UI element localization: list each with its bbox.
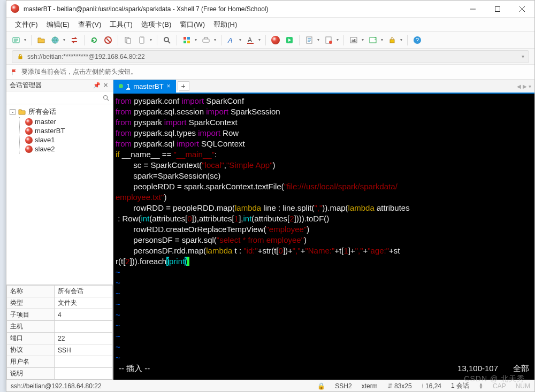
editor-area: 1 masterBT × + ◀ ▶ ▾ from pyspark.conf i… bbox=[113, 80, 534, 380]
close-button[interactable] bbox=[510, 1, 534, 18]
session-item[interactable]: slave1 bbox=[24, 135, 111, 144]
connect-button[interactable] bbox=[49, 34, 67, 47]
menu-edit[interactable]: 编辑(E) bbox=[42, 19, 74, 30]
statusbar: ssh://beitian@192.168.64.80:22 🔒 SSH2 xt… bbox=[6, 380, 534, 391]
session-tree[interactable]: - 所有会话 master masterBT slave1 slave2 bbox=[6, 104, 113, 285]
address-field[interactable]: ssh://beitian:**********@192.168.64.80:2… bbox=[12, 50, 529, 63]
menu-window[interactable]: 窗口(W) bbox=[175, 19, 209, 30]
color-button[interactable]: A bbox=[244, 34, 262, 47]
session-item[interactable]: masterBT bbox=[24, 126, 111, 135]
session-search[interactable] bbox=[6, 91, 113, 104]
lock-button[interactable] bbox=[386, 34, 404, 47]
session-item[interactable]: master bbox=[24, 117, 111, 126]
status-ssh: SSH2 bbox=[335, 382, 351, 390]
table-row: 说明 bbox=[7, 368, 113, 380]
minimize-button[interactable] bbox=[461, 1, 485, 18]
svg-text:ab: ab bbox=[351, 38, 356, 43]
reconnect-button[interactable] bbox=[88, 34, 101, 47]
address-bar: ssh://beitian:**********@192.168.64.80:2… bbox=[6, 49, 534, 65]
log-button[interactable] bbox=[322, 34, 340, 47]
status-dot-icon bbox=[119, 84, 123, 88]
new-session-button[interactable] bbox=[10, 34, 28, 47]
vim-status-line: -- 插入 --13,100-107全部 bbox=[116, 363, 532, 373]
svg-rect-27 bbox=[19, 56, 22, 59]
xagent-button[interactable] bbox=[269, 34, 282, 47]
open-button[interactable] bbox=[35, 34, 48, 47]
tools-button[interactable] bbox=[366, 34, 385, 47]
session-icon bbox=[25, 127, 33, 135]
lock-icon bbox=[17, 53, 24, 60]
broadcast-button[interactable] bbox=[200, 34, 218, 47]
menu-help[interactable]: 帮助(H) bbox=[209, 19, 241, 30]
session-stepper[interactable]: ▲▼ bbox=[479, 383, 483, 389]
table-row: 协议SSH bbox=[7, 344, 113, 356]
svg-rect-7 bbox=[141, 36, 143, 38]
tab-index: 1 bbox=[126, 82, 130, 90]
collapse-icon[interactable]: - bbox=[10, 109, 16, 115]
menu-file[interactable]: 文件(F) bbox=[11, 19, 42, 30]
status-sessions: 1 会话 bbox=[451, 381, 469, 390]
session-icon bbox=[25, 145, 33, 153]
tree-root-label: 所有会话 bbox=[28, 107, 56, 117]
svg-point-8 bbox=[164, 37, 169, 42]
find-button[interactable] bbox=[160, 34, 173, 47]
svg-text:?: ? bbox=[416, 37, 419, 43]
tab-label: masterBT bbox=[133, 82, 163, 90]
paste-button[interactable] bbox=[135, 34, 154, 47]
session-manager-title: 会话管理器 bbox=[10, 81, 42, 90]
svg-rect-12 bbox=[187, 41, 190, 43]
session-manager-panel: 会话管理器 📌 ✕ - 所有会话 master mas bbox=[6, 80, 113, 380]
tab-strip: 1 masterBT × + ◀ ▶ ▾ bbox=[113, 80, 534, 94]
svg-rect-9 bbox=[184, 37, 186, 40]
cursor bbox=[187, 257, 189, 266]
session-manager-header: 会话管理器 📌 ✕ bbox=[6, 80, 113, 91]
xftp-button[interactable] bbox=[283, 34, 296, 47]
svg-rect-5 bbox=[127, 39, 131, 43]
tree-root[interactable]: - 所有会话 bbox=[9, 106, 111, 117]
table-row: 类型文件夹 bbox=[7, 297, 113, 309]
table-row: 子项目4 bbox=[7, 309, 113, 321]
vim-position: 13,100-107 bbox=[457, 363, 498, 373]
pin-button[interactable]: 📌 bbox=[93, 82, 101, 89]
table-row: 端口22 bbox=[7, 333, 113, 344]
session-label: slave1 bbox=[35, 136, 55, 144]
app-window: masterBT - beitian@panli:/usr/local/spar… bbox=[6, 0, 535, 392]
transfer-button[interactable] bbox=[68, 34, 81, 47]
info-strip: 要添加当前会话，点击左侧的箭头按钮。 bbox=[6, 65, 534, 80]
tab-active[interactable]: 1 masterBT × bbox=[113, 80, 176, 93]
address-text: ssh://beitian:**********@192.168.64.80:2… bbox=[27, 53, 145, 60]
tab-add-button[interactable]: + bbox=[178, 81, 189, 91]
session-properties: 名称所有会话 类型文件夹 子项目4 主机 端口22 协议SSH 用户名 说明 bbox=[6, 285, 113, 380]
terminal[interactable]: from pyspark.conf import SparkConf from … bbox=[113, 94, 534, 380]
titlebar: masterBT - beitian@panli:/usr/local/spar… bbox=[6, 1, 534, 18]
session-label: masterBT bbox=[35, 127, 65, 135]
tab-nav[interactable]: ◀ ▶ ▾ bbox=[514, 80, 534, 93]
panel-close-button[interactable]: ✕ bbox=[101, 82, 110, 89]
svg-rect-24 bbox=[390, 40, 394, 43]
script-button[interactable] bbox=[303, 34, 321, 47]
copy-button[interactable] bbox=[121, 34, 134, 47]
session-item[interactable]: slave2 bbox=[24, 144, 111, 153]
svg-point-20 bbox=[329, 41, 332, 44]
menu-tools[interactable]: 工具(T) bbox=[105, 19, 137, 30]
chevron-down-icon: ▾ bbox=[522, 53, 524, 59]
status-cap: CAP bbox=[493, 382, 506, 390]
font-button[interactable]: A bbox=[225, 34, 243, 47]
tab-close-button[interactable]: × bbox=[167, 82, 171, 90]
lock-icon: 🔒 bbox=[317, 382, 325, 390]
layout-button[interactable] bbox=[180, 34, 198, 47]
tab-corner-icon bbox=[176, 89, 179, 93]
menu-view[interactable]: 查看(V) bbox=[74, 19, 105, 30]
table-row: 主机 bbox=[7, 321, 113, 333]
table-row: 名称所有会话 bbox=[7, 286, 113, 297]
disconnect-button[interactable] bbox=[102, 34, 114, 47]
svg-point-28 bbox=[104, 95, 108, 99]
svg-rect-0 bbox=[495, 6, 500, 11]
search-icon bbox=[102, 94, 110, 102]
encoding-button[interactable]: ab bbox=[347, 34, 365, 47]
maximize-button[interactable] bbox=[485, 1, 510, 18]
folder-icon bbox=[18, 107, 26, 116]
menu-tabs[interactable]: 选项卡(B) bbox=[137, 19, 175, 30]
help-button[interactable]: ? bbox=[411, 34, 424, 47]
svg-rect-16 bbox=[247, 43, 254, 44]
